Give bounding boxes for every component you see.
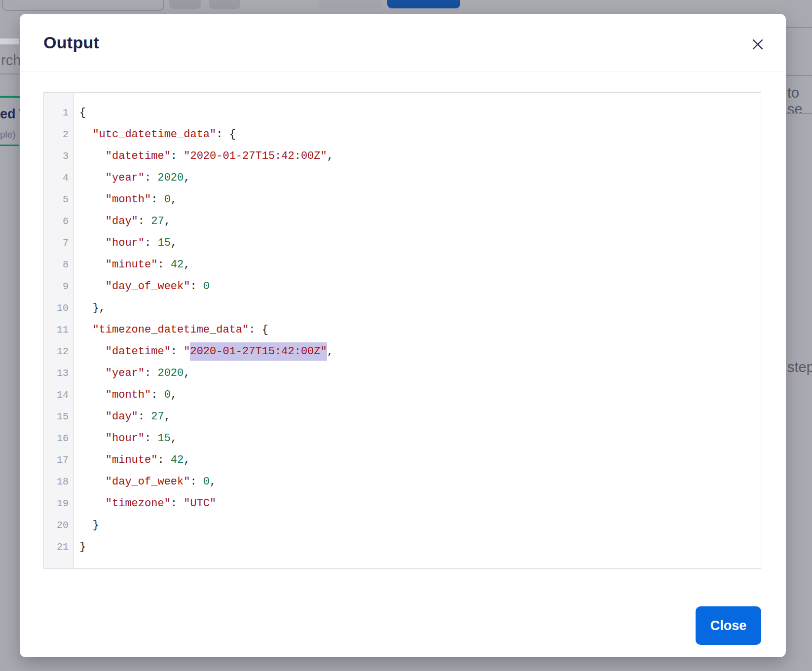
line-number: 14 xyxy=(44,384,73,406)
close-icon xyxy=(751,38,764,51)
modal-close-button[interactable] xyxy=(749,36,767,53)
background-divider xyxy=(786,75,812,76)
line-number: 8 xyxy=(44,254,73,276)
background-divider xyxy=(786,27,812,28)
line-number: 13 xyxy=(44,363,73,384)
line-number: 17 xyxy=(44,449,73,471)
code-line: "day_of_week": 0 xyxy=(79,276,761,298)
background-partial-text: rch xyxy=(1,52,21,69)
background-input-edge xyxy=(0,38,19,44)
code-line: "minute": 42, xyxy=(79,449,761,471)
code-line: "day": 27, xyxy=(79,211,761,232)
background-toolbar-button xyxy=(209,0,240,9)
line-number: 9 xyxy=(44,276,73,298)
line-number: 11 xyxy=(44,319,73,341)
close-button-label: Close xyxy=(710,618,747,634)
code-lines[interactable]: { "utc_datetime_data": { "datetime": "20… xyxy=(74,93,761,568)
code-line: "month": 0, xyxy=(79,189,761,211)
line-number: 3 xyxy=(44,146,73,167)
code-line: } xyxy=(79,536,761,558)
close-button[interactable]: Close xyxy=(696,606,761,645)
modal-title: Output xyxy=(43,33,99,52)
code-line: "timezone_datetime_data": { xyxy=(79,319,761,341)
background-partial-subtext: ple) xyxy=(0,129,16,140)
json-output-viewer[interactable]: 123456789101112131415161718192021 { "utc… xyxy=(43,92,761,569)
line-number: 12 xyxy=(44,341,73,363)
code-line: }, xyxy=(79,298,761,319)
background-primary-button xyxy=(387,0,460,8)
line-number: 21 xyxy=(44,536,73,558)
line-number: 4 xyxy=(44,167,73,189)
code-line: "year": 2020, xyxy=(79,363,761,384)
background-toolbar-button xyxy=(169,0,201,9)
code-line: "year": 2020, xyxy=(79,167,761,189)
code-line: } xyxy=(79,515,761,536)
background-divider xyxy=(786,113,812,114)
line-number: 6 xyxy=(44,211,73,232)
code-line: "datetime": "2020-01-27T15:42:00Z", xyxy=(79,146,761,167)
line-number: 16 xyxy=(44,428,73,449)
line-number: 1 xyxy=(44,102,73,124)
code-line: "datetime": "2020-01-27T15:42:00Z", xyxy=(79,341,761,363)
code-gutter: 123456789101112131415161718192021 xyxy=(44,93,74,568)
code-line: "minute": 42, xyxy=(79,254,761,276)
background-active-tab-underline xyxy=(0,145,19,146)
background-active-tab-underline xyxy=(0,96,20,98)
line-number: 5 xyxy=(44,189,73,211)
line-number: 20 xyxy=(44,515,73,536)
code-line: "timezone": "UTC" xyxy=(79,493,761,515)
code-line: "day": 27, xyxy=(79,406,761,428)
modal-header: Output xyxy=(20,14,786,72)
line-number: 19 xyxy=(44,493,73,515)
background-divider xyxy=(0,74,20,75)
background-partial-text: step xyxy=(787,359,812,375)
code-line: "utc_datetime_data": { xyxy=(79,124,761,146)
background-toolbar-button xyxy=(319,0,382,8)
line-number: 15 xyxy=(44,406,73,428)
code-line: { xyxy=(79,102,761,124)
line-number: 18 xyxy=(44,471,73,493)
code-line: "day_of_week": 0, xyxy=(79,471,761,493)
line-number: 7 xyxy=(44,232,73,254)
background-search-input xyxy=(2,0,164,11)
line-number: 10 xyxy=(44,298,73,319)
line-number: 2 xyxy=(44,124,73,146)
code-line: "month": 0, xyxy=(79,384,761,406)
output-modal: Output 123456789101112131415161718192021… xyxy=(20,14,786,657)
code-line: "hour": 15, xyxy=(79,232,761,254)
code-line: "hour": 15, xyxy=(79,428,761,449)
